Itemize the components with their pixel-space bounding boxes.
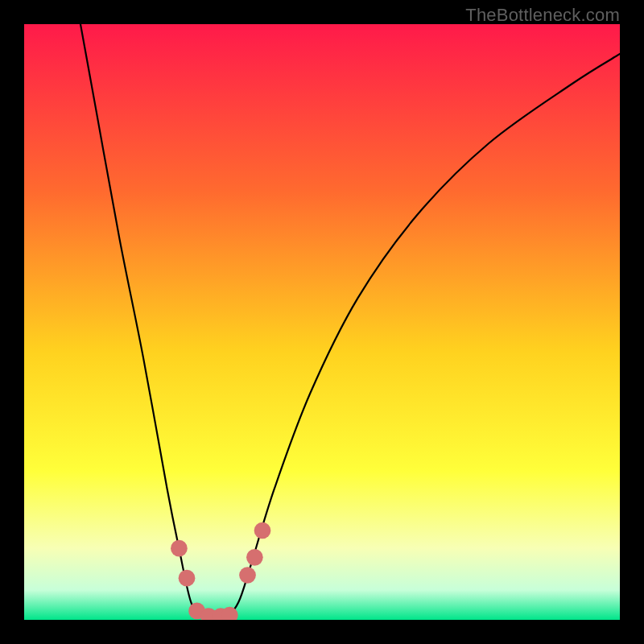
curve-marker	[254, 522, 271, 539]
bottleneck-plot	[24, 24, 620, 620]
curve-marker	[179, 570, 196, 587]
curve-marker	[171, 540, 188, 557]
watermark-text: TheBottleneck.com	[465, 5, 620, 26]
gradient-background	[24, 24, 620, 620]
plot-frame	[24, 24, 620, 620]
curve-marker	[239, 567, 256, 584]
curve-marker	[246, 549, 263, 566]
